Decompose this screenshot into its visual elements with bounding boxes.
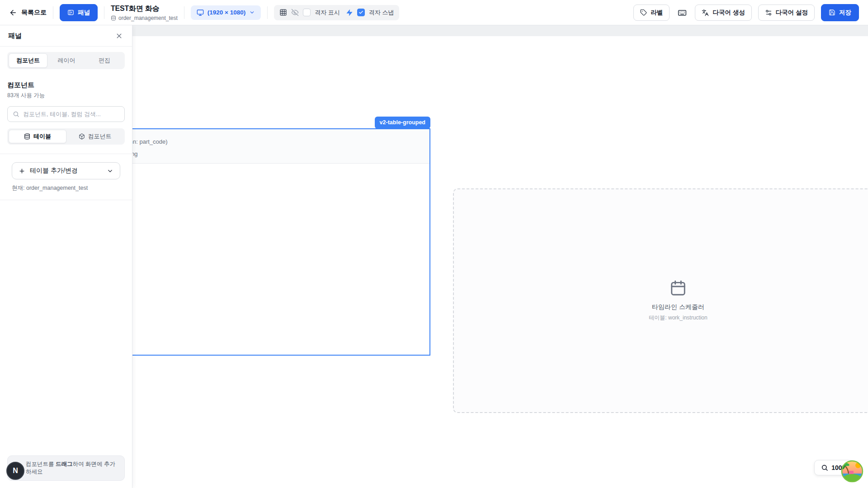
tag-icon xyxy=(640,9,647,16)
search-input[interactable] xyxy=(23,111,119,117)
chevron-down-icon xyxy=(107,168,113,174)
calendar-icon xyxy=(670,280,687,297)
component-panel: 패널 컴포넌트 레이어 편집 컴포넌트 83개 사용 가능 xyxy=(0,25,132,488)
toggle-components-label: 컴포넌트 xyxy=(88,132,112,141)
keyboard-shortcuts-button[interactable] xyxy=(676,6,689,19)
arrow-left-icon xyxy=(9,9,17,17)
grid-icon[interactable] xyxy=(279,9,287,16)
source-toggle: 테이블 컴포넌트 xyxy=(7,128,125,145)
back-to-list-button[interactable]: 목록으로 xyxy=(9,9,47,17)
zap-icon xyxy=(346,9,353,16)
components-section-title: 컴포넌트 xyxy=(7,81,125,89)
database-icon xyxy=(111,15,116,21)
i18n-settings-button[interactable]: 다국어 설정 xyxy=(758,5,815,21)
languages-icon xyxy=(702,9,709,16)
placeholder-subtitle: 테이블: work_instruction xyxy=(649,314,707,322)
grid-show-checkbox[interactable] xyxy=(303,9,311,16)
tab-components[interactable]: 컴포넌트 xyxy=(9,53,47,68)
selection-badge: v2-table-grouped xyxy=(375,117,430,129)
database-icon xyxy=(24,133,30,140)
drag-hint: 컴포넌트를 드래그하여 화면에 추가하세요 xyxy=(7,455,125,481)
plus-icon xyxy=(19,168,25,174)
tab-layers[interactable]: 레이어 xyxy=(47,53,85,68)
placeholder-title: 타임라인 스케줄러 xyxy=(652,303,704,311)
back-label: 목록으로 xyxy=(21,9,47,17)
toggle-tables-label: 테이블 xyxy=(33,132,51,141)
divider xyxy=(53,6,53,19)
eye-off-icon[interactable] xyxy=(291,9,299,16)
divider xyxy=(104,6,104,19)
i18n-generate-button[interactable]: 다국어 생성 xyxy=(695,5,751,21)
add-table-button[interactable]: 테이블 추가/변경 xyxy=(12,162,120,179)
monitor-icon xyxy=(197,9,204,16)
panel-tabbar: 컴포넌트 레이어 편집 xyxy=(7,52,125,69)
panel-button-label: 패널 xyxy=(78,9,90,17)
chevron-down-icon xyxy=(249,9,255,15)
search-icon xyxy=(13,111,19,117)
divider xyxy=(184,6,184,19)
save-button-text: 저장 xyxy=(839,9,851,17)
toggle-tables[interactable]: 테이블 xyxy=(9,130,66,143)
collaborator-avatar: N xyxy=(6,462,24,480)
magnifier-icon xyxy=(821,464,828,471)
i18n-settings-text: 다국어 설정 xyxy=(776,9,808,17)
screen-title: TEST화면 화승 xyxy=(111,4,178,14)
save-button[interactable]: 저장 xyxy=(821,4,859,21)
top-toolbar: 목록으로 패널 TEST화면 화승 order_management_test xyxy=(0,0,868,25)
i18n-generate-text: 다국어 생성 xyxy=(712,9,745,17)
add-table-label: 테이블 추가/변경 xyxy=(30,167,78,175)
grid-options-group: 격자 표시 격자 스냅 xyxy=(274,5,399,20)
save-icon xyxy=(829,9,835,16)
grid-snap-checkbox[interactable] xyxy=(357,9,365,16)
resolution-selector[interactable]: (868 × 488) xyxy=(191,5,261,20)
close-icon[interactable] xyxy=(114,31,124,41)
label-button[interactable]: 라벨 xyxy=(633,5,670,21)
resolution-value: (868 × 488) xyxy=(208,9,245,16)
panel-left-icon xyxy=(67,9,74,16)
tab-edit[interactable]: 편집 xyxy=(85,53,123,68)
component-search[interactable] xyxy=(7,106,125,122)
panel-title: 패널 xyxy=(8,32,22,40)
divider xyxy=(267,6,268,19)
components-count: 83개 사용 가능 xyxy=(7,92,125,99)
label-button-text: 라벨 xyxy=(651,9,663,17)
bound-table-name: order_management_test xyxy=(118,15,178,21)
grid-snap-label: 격자 스냅 xyxy=(369,9,394,17)
panel-toggle-button[interactable]: 패널 xyxy=(60,4,98,21)
package-icon xyxy=(79,133,85,140)
settings-sliders-icon xyxy=(765,9,772,16)
current-table-label: 현재: order_management_test xyxy=(12,184,120,192)
tropical-island-sticker xyxy=(841,460,863,483)
toggle-components[interactable]: 컴포넌트 xyxy=(66,130,123,143)
grid-show-label: 격자 표시 xyxy=(315,9,340,17)
timeline-scheduler-placeholder[interactable]: 타임라인 스케줄러 테이블: work_instruction xyxy=(453,188,868,413)
